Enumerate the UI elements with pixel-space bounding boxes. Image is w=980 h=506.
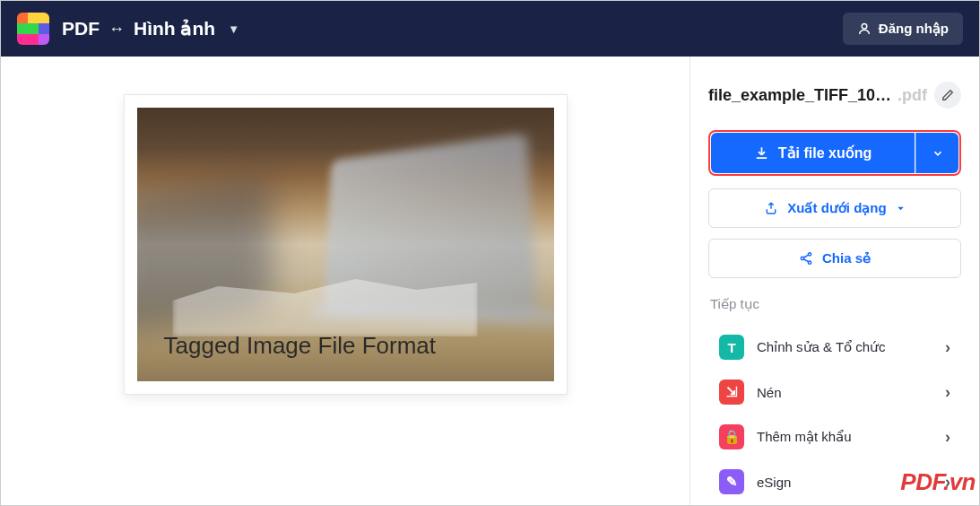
chevron-right-icon: › — [945, 473, 950, 492]
sidebar: file_example_TIFF_10MB .pdf Tải file xuố… — [690, 57, 979, 505]
action-label: Chỉnh sửa & Tổ chức — [757, 339, 886, 355]
chevron-down-icon: ▼ — [228, 22, 239, 36]
title-image: Hình ảnh — [134, 18, 215, 39]
title-pdf: PDF — [62, 18, 100, 39]
action-label: eSign — [757, 475, 791, 490]
user-icon — [857, 22, 872, 36]
filename-row: file_example_TIFF_10MB .pdf — [708, 82, 961, 109]
file-extension: .pdf — [898, 86, 927, 105]
preview-card[interactable]: Tagged Image File Format — [124, 94, 568, 395]
continue-item[interactable]: TChỉnh sửa & Tổ chức› — [708, 325, 961, 370]
svg-point-3 — [808, 261, 811, 264]
action-left: 🔒Thêm mật khẩu — [719, 424, 852, 449]
preview-image: Tagged Image File Format — [137, 108, 554, 381]
download-button-group: Tải file xuống — [708, 130, 961, 176]
svg-point-1 — [808, 253, 811, 256]
continue-item[interactable]: ⇲Nén› — [708, 370, 961, 414]
edit-text-icon: T — [719, 335, 744, 360]
pencil-icon — [941, 89, 954, 101]
continue-list: TChỉnh sửa & Tổ chức›⇲Nén›🔒Thêm mật khẩu… — [708, 325, 961, 504]
download-label: Tải file xuống — [778, 144, 872, 161]
export-as-button[interactable]: Xuất dưới dạng — [708, 188, 961, 228]
continue-item[interactable]: ✎eSign› — [708, 459, 961, 504]
chevron-right-icon: › — [945, 338, 950, 357]
svg-point-2 — [801, 257, 803, 259]
share-label: Chia sẻ — [822, 250, 871, 266]
chevron-down-icon — [932, 147, 944, 160]
action-label: Thêm mật khẩu — [757, 429, 852, 445]
swap-arrows-icon: ↔ — [108, 20, 125, 39]
file-name: file_example_TIFF_10MB — [708, 86, 898, 105]
svg-point-0 — [862, 24, 867, 30]
app-header: PDF ↔ Hình ảnh ▼ Đăng nhập — [1, 1, 979, 57]
lock-icon: 🔒 — [719, 424, 744, 449]
header-left: PDF ↔ Hình ảnh ▼ — [17, 13, 239, 45]
app-logo[interactable] — [17, 13, 49, 45]
continue-item[interactable]: 🔒Thêm mật khẩu› — [708, 414, 961, 459]
download-button[interactable]: Tải file xuống — [711, 133, 915, 173]
download-icon — [754, 145, 769, 161]
action-left: ✎eSign — [719, 469, 791, 494]
compress-icon: ⇲ — [719, 380, 744, 405]
share-button[interactable]: Chia sẻ — [708, 239, 961, 278]
download-options-button[interactable] — [915, 133, 958, 173]
preview-area: Tagged Image File Format — [1, 57, 690, 505]
tool-title-dropdown[interactable]: PDF ↔ Hình ảnh ▼ — [62, 18, 239, 39]
rename-button[interactable] — [934, 82, 961, 109]
export-icon — [764, 201, 778, 215]
action-left: TChỉnh sửa & Tổ chức — [719, 335, 886, 360]
export-label: Xuất dưới dạng — [787, 200, 886, 216]
action-left: ⇲Nén — [719, 380, 782, 405]
continue-heading: Tiếp tục — [710, 296, 961, 312]
caret-down-icon — [896, 204, 906, 214]
share-icon — [799, 251, 813, 266]
login-label: Đăng nhập — [879, 21, 949, 37]
chevron-right-icon: › — [945, 428, 950, 447]
esign-icon: ✎ — [719, 469, 744, 494]
main-area: Tagged Image File Format file_example_TI… — [1, 57, 979, 505]
chevron-right-icon: › — [945, 383, 950, 402]
login-button[interactable]: Đăng nhập — [843, 13, 963, 45]
preview-caption: Tagged Image File Format — [164, 332, 436, 360]
action-label: Nén — [757, 385, 782, 400]
